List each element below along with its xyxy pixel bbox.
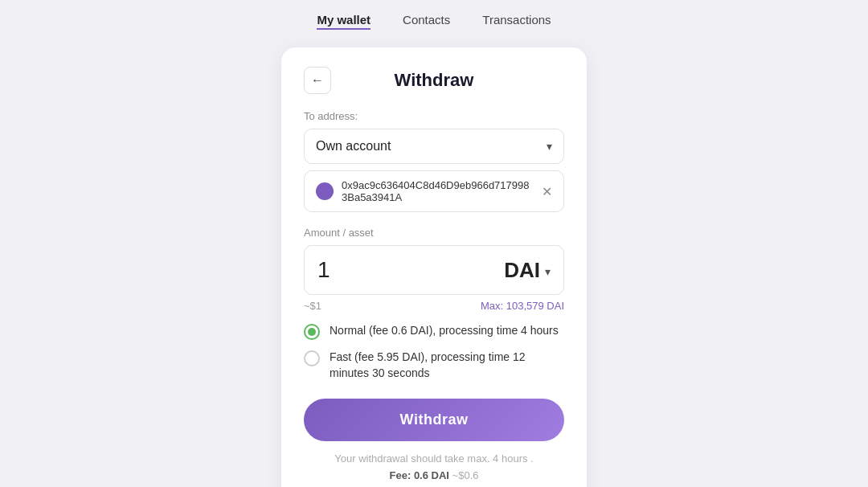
top-nav: My wallet Contacts Transactions: [0, 0, 868, 39]
amount-asset-label: Amount / asset: [304, 227, 564, 239]
card-title: Withdraw: [395, 70, 474, 91]
amount-input[interactable]: [317, 257, 414, 283]
address-text: 0x9ac9c636404C8d46D9eb966d7179983Ba5a394…: [342, 179, 534, 203]
radio-item-fast[interactable]: Fast (fee 5.95 DAI), processing time 12 …: [304, 350, 564, 381]
amount-row: DAI ▾: [317, 257, 551, 283]
asset-name: DAI: [504, 258, 540, 283]
fee-label: Fee:: [390, 469, 411, 481]
address-chip: 0x9ac9c636404C8d46D9eb966d7179983Ba5a394…: [304, 170, 564, 212]
account-dropdown[interactable]: Own account ▾: [304, 129, 564, 164]
chevron-down-icon: ▾: [547, 140, 552, 153]
back-button[interactable]: ←: [304, 67, 331, 94]
fee-value: 0.6 DAI: [414, 469, 449, 481]
radio-normal-icon: [304, 324, 320, 340]
radio-fast-label: Fast (fee 5.95 DAI), processing time 12 …: [330, 350, 564, 381]
amount-section: DAI ▾: [304, 245, 564, 295]
radio-normal-label: Normal (fee 0.6 DAI), processing time 4 …: [330, 323, 559, 339]
close-icon[interactable]: ✕: [542, 184, 552, 199]
fee-options-group: Normal (fee 0.6 DAI), processing time 4 …: [304, 323, 564, 381]
radio-item-normal[interactable]: Normal (fee 0.6 DAI), processing time 4 …: [304, 323, 564, 340]
asset-chevron-icon: ▾: [545, 265, 551, 278]
amount-usd-value: ~$1: [304, 300, 321, 312]
withdraw-button[interactable]: Withdraw: [304, 399, 564, 441]
radio-fast-icon: [304, 350, 320, 366]
card-header: ← Withdraw: [304, 70, 564, 91]
asset-selector[interactable]: DAI ▾: [504, 258, 551, 283]
footer-message: Your withdrawal should take max. 4 hours…: [304, 452, 564, 464]
dropdown-label: Own account: [316, 139, 391, 153]
fee-row: Fee: 0.6 DAI ~$0.6: [304, 469, 564, 481]
address-avatar: [316, 182, 334, 200]
withdraw-card: ← Withdraw To address: Own account ▾ 0x9…: [281, 47, 587, 487]
to-address-label: To address:: [304, 110, 564, 122]
max-amount-link[interactable]: Max: 103,579 DAI: [481, 300, 564, 312]
amount-meta: ~$1 Max: 103,579 DAI: [304, 300, 564, 312]
fee-usd: ~$0.6: [452, 469, 479, 481]
nav-item-transactions[interactable]: Transactions: [482, 11, 551, 30]
nav-item-wallet[interactable]: My wallet: [317, 11, 371, 30]
nav-item-contacts[interactable]: Contacts: [403, 11, 450, 30]
